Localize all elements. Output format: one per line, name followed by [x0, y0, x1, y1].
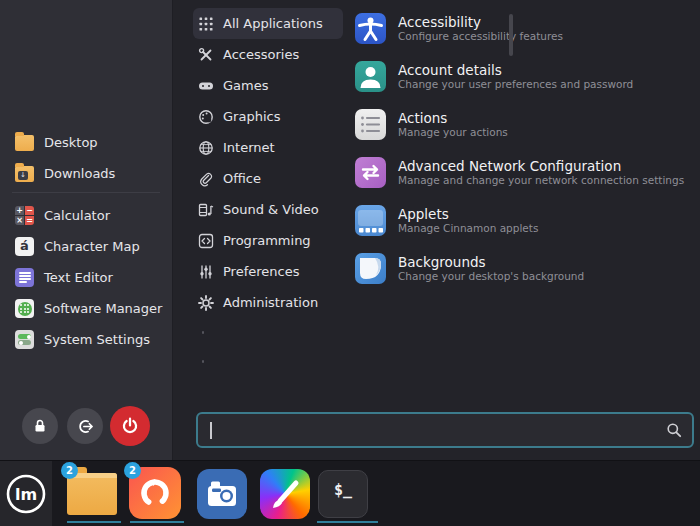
sidebar-item-desktop[interactable]: Desktop [0, 127, 173, 158]
app-row-accessibility[interactable]: Accessibility Configure accessibility fe… [355, 4, 685, 52]
category-label: Internet [223, 140, 275, 155]
menu-sidebar: Desktop ↓ Downloads + − [0, 0, 173, 460]
app-description: Change your desktop's background [398, 270, 584, 283]
app-row-actions[interactable]: Actions Manage your actions [355, 100, 685, 148]
applets-icon [355, 205, 386, 236]
app-description: Manage and change your network connectio… [398, 174, 684, 187]
category-graphics[interactable]: Graphics [193, 101, 343, 132]
sidebar-item-label: Downloads [44, 166, 115, 181]
category-label: Graphics [223, 109, 280, 124]
sliders-icon [198, 264, 214, 280]
category-games[interactable]: Games [193, 70, 343, 101]
search-box[interactable] [196, 412, 694, 448]
category-label: Administration [223, 295, 318, 310]
app-row-applets[interactable]: Applets Manage Cinnamon applets [355, 196, 685, 244]
desktop-screen: Desktop ↓ Downloads + − [0, 0, 700, 526]
files-icon [67, 473, 117, 515]
sidebar-item-calculator[interactable]: + − × = Calculator [0, 200, 173, 231]
category-accessories[interactable]: Accessories [193, 39, 343, 70]
shutdown-button[interactable] [110, 406, 150, 446]
category-administration[interactable]: Administration [193, 287, 343, 318]
app-row-advanced-network-configuration[interactable]: Advanced Network Configuration Manage an… [355, 148, 685, 196]
category-office[interactable]: Office [193, 163, 343, 194]
accessibility-icon [355, 13, 386, 44]
category-preferences[interactable]: Preferences [193, 256, 343, 287]
app-title: Applets [398, 206, 538, 222]
search-icon [666, 422, 682, 438]
taskbar-launcher-camera[interactable] [194, 465, 250, 523]
lock-screen-button[interactable] [22, 408, 58, 444]
paintbrush-icon [260, 469, 310, 519]
running-indicator [317, 521, 378, 523]
running-indicator [130, 521, 184, 523]
app-row-backgrounds[interactable]: Backgrounds Change your desktop's backgr… [355, 244, 685, 292]
sidebar-item-downloads[interactable]: ↓ Downloads [0, 158, 173, 189]
taskbar-launcher-files[interactable]: 2 [64, 465, 120, 523]
terminal-prompt-glyph: $_ [334, 481, 352, 499]
category-label: Office [223, 171, 261, 186]
palette-icon [198, 109, 214, 125]
power-icon [121, 417, 139, 435]
menu-button[interactable]: lm [0, 461, 52, 526]
app-title: Accessibility [398, 14, 563, 30]
sidebar-item-label: Desktop [44, 135, 98, 150]
gear-icon [198, 295, 214, 311]
app-list-scrollbar[interactable] [509, 14, 513, 56]
sidebar-places: Desktop ↓ Downloads [0, 127, 173, 189]
category-internet[interactable]: Internet [193, 132, 343, 163]
application-list: Accessibility Configure accessibility fe… [355, 4, 685, 292]
window-count-badge: 2 [124, 462, 141, 479]
mint-logo-icon: lm [4, 472, 48, 516]
category-label: Programming [223, 233, 311, 248]
app-description: Configure accessibility features [398, 30, 563, 43]
app-title: Advanced Network Configuration [398, 158, 684, 174]
character-map-icon: á [14, 236, 35, 257]
app-description: Change your user preferences and passwor… [398, 78, 633, 91]
sidebar-favorites: + − × = Calculator á Character Map [0, 200, 173, 355]
text-editor-icon [14, 267, 35, 288]
sidebar-item-character-map[interactable]: á Character Map [0, 231, 173, 262]
sidebar-item-label: Character Map [44, 239, 140, 254]
sidebar-separator [12, 192, 160, 193]
app-title: Actions [398, 110, 508, 126]
app-title: Account details [398, 62, 633, 78]
user-icon [355, 61, 386, 92]
logout-icon [77, 418, 94, 435]
calculator-icon: + − × = [14, 205, 35, 226]
sidebar-item-system-settings[interactable]: System Settings [0, 324, 173, 355]
taskbar-launcher-terminal[interactable]: $_ [315, 465, 371, 523]
sidebar-item-software-manager[interactable]: Software Manager [0, 293, 173, 324]
taskbar-launcher-drawing[interactable] [257, 465, 313, 523]
mint-menu-popup: Desktop ↓ Downloads + − [0, 0, 700, 460]
app-description: Manage your actions [398, 126, 508, 139]
svg-text:lm: lm [15, 485, 37, 504]
folder-download-icon: ↓ [14, 163, 35, 184]
category-all-applications[interactable]: All Applications [193, 8, 343, 39]
faint-dot [202, 331, 204, 334]
category-label: Preferences [223, 264, 299, 279]
code-icon [198, 233, 214, 249]
sidebar-item-text-editor[interactable]: Text Editor [0, 262, 173, 293]
category-label: Games [223, 78, 268, 93]
search-input[interactable] [212, 423, 667, 438]
app-title: Backgrounds [398, 254, 584, 270]
running-indicator [67, 521, 121, 523]
camera-icon [197, 469, 247, 519]
app-row-account-details[interactable]: Account details Change your user prefere… [355, 52, 685, 100]
logout-button[interactable] [67, 408, 103, 444]
taskbar-launcher-firefox[interactable]: 2 [127, 465, 183, 523]
terminal-icon: $_ [318, 470, 368, 518]
window-count-badge: 2 [61, 462, 78, 479]
list-icon [355, 109, 386, 140]
app-description: Manage Cinnamon applets [398, 222, 538, 235]
sidebar-item-label: System Settings [44, 332, 150, 347]
sidebar-item-label: Software Manager [44, 301, 162, 316]
faint-dot [202, 360, 204, 363]
sidebar-item-label: Text Editor [44, 270, 113, 285]
category-sound-video[interactable]: Sound & Video [193, 194, 343, 225]
network-arrows-icon [355, 157, 386, 188]
category-programming[interactable]: Programming [193, 225, 343, 256]
gamepad-icon [198, 78, 214, 94]
globe-icon [198, 140, 214, 156]
folder-icon [14, 132, 35, 153]
